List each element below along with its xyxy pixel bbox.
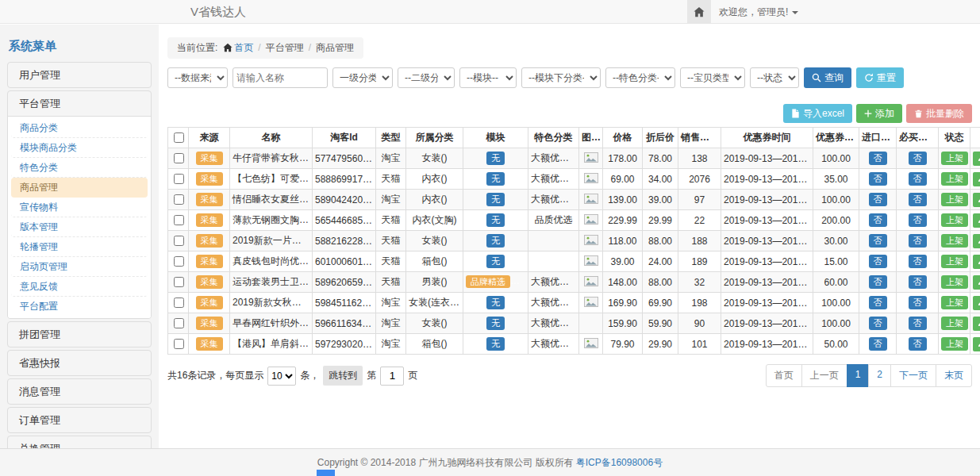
edit-button[interactable] xyxy=(973,275,980,290)
edit-button[interactable] xyxy=(973,255,980,269)
edit-button[interactable] xyxy=(973,213,980,228)
level2-category-select[interactable]: --二级分类-- xyxy=(398,67,455,88)
coupon-time-cell: 2019-09-13—2019-09-17 xyxy=(721,313,813,334)
feature-category-select[interactable]: --特色分类-- xyxy=(605,67,675,88)
breadcrumb-home-link[interactable]: 首页 xyxy=(234,42,253,53)
must-buy-badge: 否 xyxy=(909,234,927,247)
sidebar-item[interactable]: 商品管理 xyxy=(11,178,148,198)
feature-cell: 大额优惠券 xyxy=(528,169,579,190)
column-header: 图标 xyxy=(579,128,603,148)
sidebar-section-header[interactable]: 平台管理 xyxy=(8,91,151,116)
home-button[interactable] xyxy=(687,0,711,24)
column-header: 销售数量 xyxy=(678,128,721,148)
module-select[interactable]: --模块-- xyxy=(459,67,517,88)
row-checkbox[interactable] xyxy=(174,194,184,205)
sidebar-item[interactable]: 平台配置 xyxy=(11,297,148,317)
jump-to-button[interactable]: 跳转到 xyxy=(323,366,363,386)
row-checkbox[interactable] xyxy=(174,256,184,267)
per-page-select[interactable]: 10 xyxy=(267,367,296,386)
status-badge: 上架 xyxy=(941,193,968,205)
level1-category-select[interactable]: 一级分类 xyxy=(332,67,393,88)
data-source-select[interactable]: --数据来源-- xyxy=(167,67,228,88)
sidebar-item[interactable]: 宣传物料 xyxy=(11,198,148,217)
action-bar: 导入excel 添加 批量删除 xyxy=(167,104,972,123)
table-row: 采集薄款无钢圈文胸聚拢性...565446685867天猫内衣(文胸)无品质优选… xyxy=(168,210,980,231)
feature-cell: 大额优惠券 xyxy=(528,148,579,169)
sidebar-item[interactable]: 模块商品分类 xyxy=(11,138,148,158)
edit-button[interactable] xyxy=(973,296,980,310)
edit-button[interactable] xyxy=(973,337,980,351)
page-button[interactable]: 首页 xyxy=(766,364,802,387)
page-number-input[interactable] xyxy=(380,367,404,386)
row-checkbox[interactable] xyxy=(174,215,184,225)
source-badge: 采集 xyxy=(196,317,223,329)
operations-cell xyxy=(970,334,980,355)
discount-price-cell: 88.00 xyxy=(643,231,678,251)
feature-cell: 大额优惠券 xyxy=(528,334,579,355)
sidebar-item[interactable]: 轮播管理 xyxy=(11,237,148,257)
sidebar-section-header[interactable]: 省惠快报 xyxy=(8,351,151,375)
operations-cell xyxy=(970,251,980,272)
icon-cell xyxy=(579,313,603,334)
status-badge: 上架 xyxy=(941,275,968,288)
row-checkbox[interactable] xyxy=(174,153,184,163)
item-type-select[interactable]: --宝贝类型-- xyxy=(680,67,745,88)
reset-button[interactable]: 重置 xyxy=(856,67,904,88)
page-button[interactable]: 2 xyxy=(868,364,891,387)
add-button[interactable]: 添加 xyxy=(856,104,902,123)
sidebar-item[interactable]: 版本管理 xyxy=(11,217,148,237)
taoke-id-cell: 577479560965 xyxy=(313,148,376,169)
sidebar-item[interactable]: 意见反馈 xyxy=(11,277,148,297)
copyright-text: Copyright © 2014-2018 广州九驰网络科技有限公司 版权所有 xyxy=(317,456,574,470)
pagination: 共16条记录，每页显示 10 条， 跳转到 第 页 首页上一页12下一页末页 xyxy=(167,364,972,387)
edit-button[interactable] xyxy=(973,152,980,166)
status-select[interactable]: --状态-- xyxy=(750,67,799,88)
row-checkbox[interactable] xyxy=(174,298,184,308)
coupon-amount-cell: 50.00 xyxy=(813,334,859,355)
product-thumbnail-icon xyxy=(584,276,598,286)
column-header: 进口优选 xyxy=(859,128,897,148)
imported: 否 xyxy=(859,148,897,169)
column-header: 状态 xyxy=(939,128,970,148)
status: 上架 xyxy=(939,148,970,169)
sidebar-item[interactable]: 特色分类 xyxy=(11,158,148,178)
sidebar-section-header[interactable]: 用户管理 xyxy=(8,63,151,87)
sidebar-section-header[interactable]: 拼团管理 xyxy=(8,322,151,347)
select-all-checkbox[interactable] xyxy=(174,132,184,143)
imported: 否 xyxy=(859,251,897,272)
edit-button[interactable] xyxy=(973,193,980,207)
edit-button[interactable] xyxy=(973,234,980,248)
search-button[interactable]: 查询 xyxy=(804,67,851,88)
user-menu[interactable]: 欢迎您，管理员! xyxy=(719,0,798,24)
type-cell: 天猫 xyxy=(376,231,406,251)
edit-button[interactable] xyxy=(973,172,980,186)
page-button[interactable]: 上一页 xyxy=(801,364,847,387)
sidebar-item[interactable]: 启动页管理 xyxy=(11,257,148,277)
page-button[interactable]: 末页 xyxy=(936,364,972,387)
row-checkbox[interactable] xyxy=(174,318,184,328)
type-cell: 淘宝 xyxy=(376,313,406,334)
sidebar-item[interactable]: 商品分类 xyxy=(11,118,148,138)
row-checkbox[interactable] xyxy=(174,277,184,287)
row-checkbox[interactable] xyxy=(174,339,184,349)
product-name-cell: 2019新款女秋薄款... xyxy=(230,293,313,313)
row-checkbox[interactable] xyxy=(174,236,184,246)
icp-link[interactable]: 粤ICP备16098006号 xyxy=(576,456,663,470)
filter-bar: --数据来源--一级分类--二级分类----模块----模块下分类----特色分… xyxy=(167,67,972,88)
feature-cell xyxy=(528,251,579,272)
import-excel-button[interactable]: 导入excel xyxy=(783,104,852,123)
page-button[interactable]: 1 xyxy=(847,364,870,387)
product-thumbnail-icon xyxy=(584,255,598,266)
table-row: 采集【七色纺】可爱纯棉家...588869917501天猫内衣()无大额优惠券6… xyxy=(168,169,980,190)
sidebar-section-header[interactable]: 消息管理 xyxy=(8,379,151,404)
module-cell: 无 xyxy=(463,231,528,251)
must-buy: 否 xyxy=(897,313,939,334)
row-checkbox[interactable] xyxy=(174,174,184,184)
sidebar-section-header[interactable]: 订单管理 xyxy=(8,408,151,432)
batch-delete-button[interactable]: 批量删除 xyxy=(906,104,972,123)
module-sub-category-select[interactable]: --模块下分类-- xyxy=(521,67,601,88)
name-input[interactable] xyxy=(233,67,328,88)
main-content: 当前位置:首页/平台管理/商品管理 --数据来源--一级分类--二级分类----… xyxy=(167,37,972,387)
edit-button[interactable] xyxy=(973,317,980,331)
page-button[interactable]: 下一页 xyxy=(890,364,936,387)
